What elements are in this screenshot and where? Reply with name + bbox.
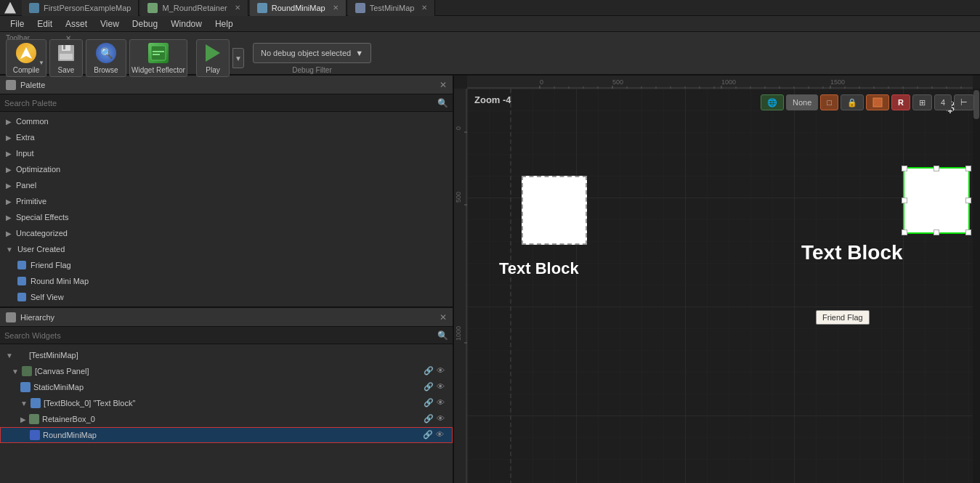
svg-text:1000: 1000 (455, 326, 462, 341)
tab-testminimap-close[interactable]: ✕ (421, 4, 427, 12)
hierarchy-roundminimap-eye-icon[interactable]: 👁 (436, 430, 446, 440)
tab-firstperson[interactable]: FirstPersonExampleMap (22, 0, 139, 16)
canvas-grid-button[interactable]: ⊞ (912, 94, 932, 110)
canvas-grid[interactable]: Text Block Text Block ❄ Friend Flag (467, 89, 973, 483)
tab-roundminimap-icon (257, 3, 267, 13)
hierarchy-canvas-panel-actions: 🔗 👁 (424, 366, 447, 376)
selection-handle-tl[interactable] (902, 166, 907, 171)
canvas-layer-button[interactable] (866, 94, 889, 110)
tab-roundminimap-close[interactable]: ✕ (333, 4, 339, 12)
save-button[interactable]: Save (49, 39, 83, 77)
selection-handle-bm[interactable] (934, 230, 939, 235)
menu-help[interactable]: Help (209, 17, 239, 31)
canvas-text-block-2[interactable]: Text Block (801, 241, 903, 264)
canvas-area[interactable]: 0 500 1000 1500 (454, 76, 980, 483)
tab-roundminimap[interactable]: RoundMiniMap ✕ (250, 0, 347, 16)
menu-file[interactable]: File (4, 17, 30, 31)
palette-special-effects[interactable]: ▶ Special Effects (0, 209, 453, 225)
canvas-scrollbar-thumb[interactable] (973, 90, 979, 119)
tab-testminimap[interactable]: TestMiniMap ✕ (348, 0, 436, 16)
hierarchy-search-icon[interactable]: 🔍 (437, 330, 448, 341)
canvas-box1-button[interactable]: □ (820, 94, 838, 110)
palette-common[interactable]: ▶ Common (0, 113, 453, 129)
palette-panel[interactable]: ▶ Panel (0, 177, 453, 193)
palette-user-created[interactable]: ▼ User Created (0, 241, 453, 257)
palette-search-input[interactable] (4, 99, 434, 107)
selection-handle-ml[interactable] (902, 198, 907, 203)
hierarchy-canvas-panel[interactable]: ▼ [Canvas Panel] 🔗 👁 (0, 363, 453, 379)
selection-handle-mr[interactable] (965, 198, 971, 203)
vertical-ruler: 0 500 1000 (454, 89, 467, 483)
canvas-lock-button[interactable]: 🔒 (841, 94, 864, 110)
ue-logo-icon (4, 2, 16, 14)
palette-input[interactable]: ▶ Input (0, 145, 453, 161)
hierarchy-textblock0-link-icon[interactable]: 🔗 (424, 398, 434, 408)
canvas-text-block-1[interactable]: Text Block (499, 259, 579, 278)
canvas-none-button[interactable]: None (786, 94, 818, 110)
selection-handle-br[interactable] (965, 230, 971, 235)
canvas-scrollbar-right[interactable] (973, 89, 980, 483)
hierarchy-staticminimap[interactable]: StaticMiniMap 🔗 👁 (0, 379, 453, 395)
palette-extra[interactable]: ▶ Extra (0, 129, 453, 145)
menu-window[interactable]: Window (165, 17, 208, 31)
hierarchy-close[interactable]: ✕ (440, 312, 447, 322)
debug-filter-button[interactable]: No debug object selected ▼ (253, 43, 371, 63)
palette-uncategorized[interactable]: ▶ Uncategorized (0, 225, 453, 241)
palette-input-arrow: ▶ (6, 150, 12, 158)
menu-debug[interactable]: Debug (126, 17, 163, 31)
hierarchy-retainerbox0-link-icon[interactable]: 🔗 (424, 414, 434, 424)
menu-asset[interactable]: Asset (60, 17, 93, 31)
menu-view[interactable]: View (94, 17, 125, 31)
compile-label: Compile (13, 66, 40, 74)
canvas-r-button[interactable]: R (891, 94, 910, 110)
play-button[interactable]: Play (196, 39, 230, 77)
compile-button[interactable]: Compile ▼ (6, 39, 46, 77)
palette-round-mini-map[interactable]: Round Mini Map (0, 273, 453, 289)
hierarchy-textblock0[interactable]: ▼ [TextBlock_0] "Text Block" 🔗 👁 (0, 395, 453, 411)
hierarchy-retainerbox0-eye-icon[interactable]: 👁 (437, 414, 447, 424)
selection-handle-bl[interactable] (902, 230, 907, 235)
canvas-arrow-end-button[interactable]: ⊢ (954, 94, 974, 110)
hierarchy-roundminimap-link-icon[interactable]: 🔗 (423, 430, 433, 440)
palette-self-view[interactable]: Self View (0, 289, 453, 305)
palette-search-icon[interactable]: 🔍 (437, 98, 448, 108)
widget-reflector-button[interactable]: Widget Reflector (129, 39, 187, 77)
hierarchy-search-input[interactable] (4, 331, 434, 340)
svg-text:0: 0 (540, 78, 543, 86)
browse-button[interactable]: 🔍 Browse (86, 39, 126, 77)
canvas-num4-button[interactable]: 4 (934, 94, 952, 110)
play-dropdown-button[interactable]: ▼ (232, 48, 244, 68)
palette-optimization[interactable]: ▶ Optimization (0, 161, 453, 177)
palette-friend-flag[interactable]: Friend Flag (0, 257, 453, 273)
palette-primitive[interactable]: ▶ Primitive (0, 193, 453, 209)
menu-edit[interactable]: Edit (31, 17, 58, 31)
palette-uncategorized-label: Uncategorized (16, 229, 68, 238)
hierarchy-staticminimap-link-icon[interactable]: 🔗 (424, 382, 434, 392)
hierarchy-testminimap[interactable]: ▼ [TestMiniMap] (0, 347, 453, 363)
hierarchy-roundminimap[interactable]: RoundMiniMap 🔗 👁 (0, 427, 453, 443)
tab-roundretainer-close[interactable]: ✕ (235, 4, 240, 12)
save-label: Save (58, 66, 75, 74)
compile-icon (16, 43, 36, 63)
hierarchy-retainerbox0[interactable]: ▶ RetainerBox_0 🔗 👁 (0, 411, 453, 427)
canvas-globe-button[interactable]: 🌐 (761, 94, 784, 110)
palette-extra-arrow: ▶ (6, 134, 12, 142)
hierarchy-textblock0-eye-icon[interactable]: 👁 (437, 398, 447, 408)
svg-text:500: 500 (612, 78, 623, 86)
hierarchy-staticminimap-eye-icon[interactable]: 👁 (437, 382, 447, 392)
palette-self-view-label: Self View (31, 293, 64, 301)
tab-roundretainer[interactable]: M_RoundRetainer ✕ (140, 0, 248, 16)
tab-roundretainer-label: M_RoundRetainer (162, 4, 227, 12)
canvas-widget-selected[interactable] (903, 167, 970, 234)
debug-filter-arrow-icon: ▼ (355, 49, 363, 57)
selection-handle-tr[interactable] (965, 166, 971, 171)
compile-arrow-icon[interactable]: ▼ (39, 60, 44, 66)
selection-handle-tm[interactable] (934, 166, 939, 171)
hierarchy-canvas-panel-eye-icon[interactable]: 👁 (437, 366, 447, 376)
canvas-widget-whitebox1[interactable] (522, 176, 587, 245)
hierarchy-textblock0-icon (31, 398, 41, 408)
hierarchy-retainerbox0-actions: 🔗 👁 (424, 414, 447, 424)
svg-rect-1 (62, 45, 70, 51)
hierarchy-canvas-panel-link-icon[interactable]: 🔗 (424, 366, 434, 376)
palette-close[interactable]: ✕ (440, 80, 447, 90)
